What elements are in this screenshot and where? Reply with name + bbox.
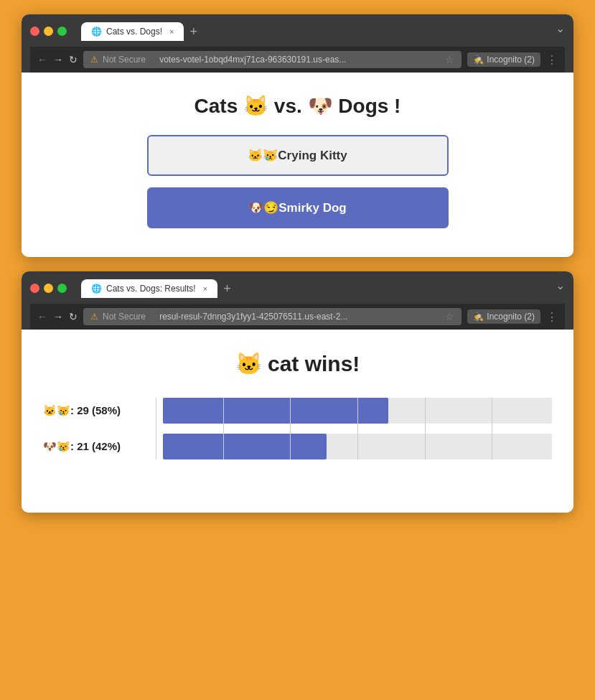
results-page-title: 🐱 cat wins!	[36, 351, 559, 376]
forward-button-2[interactable]: →	[53, 311, 63, 322]
security-warning-icon-2: ⚠	[90, 312, 98, 322]
browser-controls-2: 🌐 Cats vs. Dogs: Results! × + ⌄	[30, 279, 565, 298]
address-bar-1[interactable]: ⚠ Not Secure | votes-votel-1obqd4mxj71ca…	[83, 51, 462, 68]
cat-bar-container	[163, 398, 552, 424]
tab-title-2: Cats vs. Dogs: Results!	[106, 284, 196, 294]
bookmark-icon-2[interactable]: ☆	[445, 311, 454, 322]
address-bar-2[interactable]: ⚠ Not Secure | resul-resul-7dnng3y1fyy1-…	[83, 308, 462, 325]
tab-close-2[interactable]: ×	[203, 284, 207, 293]
bookmark-icon-1[interactable]: ☆	[445, 54, 454, 65]
tab-close-1[interactable]: ×	[169, 27, 174, 36]
incognito-icon-1: 🕵	[473, 55, 484, 65]
vote-page-title: Cats 🐱 vs. 🐶 Dogs !	[50, 94, 545, 118]
traffic-light-red-1[interactable]	[30, 27, 39, 36]
dog-vote-button[interactable]: 🐶😏Smirky Dog	[147, 187, 449, 228]
back-button-2[interactable]: ←	[37, 311, 47, 322]
dog-bar-container	[163, 434, 552, 459]
new-tab-button-1[interactable]: +	[189, 25, 197, 41]
cat-vote-button[interactable]: 🐱😿Crying Kitty	[147, 135, 449, 176]
browser-menu-button-2[interactable]: ⋮	[546, 310, 558, 324]
not-secure-label-1: Not Secure	[103, 55, 146, 65]
traffic-lights-1	[30, 27, 67, 36]
browser-tabs-2: 🌐 Cats vs. Dogs: Results! × +	[81, 279, 550, 298]
url-text-2: resul-resul-7dnng3y1fyy1-425076511.us-ea…	[159, 312, 441, 322]
browser-tabs-1: 🌐 Cats vs. Dogs! × +	[81, 22, 550, 41]
dog-result-row: 🐶😿: 21 (42%)	[43, 434, 552, 459]
tab-overflow-1[interactable]: ⌄	[556, 22, 565, 41]
cat-bar	[163, 398, 388, 424]
tab-overflow-2[interactable]: ⌄	[556, 279, 565, 298]
incognito-icon-2: 🕵	[473, 312, 484, 322]
security-warning-icon-1: ⚠	[90, 55, 98, 65]
traffic-light-green-1[interactable]	[57, 27, 67, 36]
traffic-light-yellow-1[interactable]	[44, 27, 53, 36]
refresh-button-1[interactable]: ↻	[69, 54, 78, 65]
browser-content-2: 🐱 cat wins! 🐱😿: 29 (58%) 🐶😿: 21 (42%)	[22, 330, 573, 513]
cat-result-label: 🐱😿: 29 (58%)	[43, 404, 154, 417]
tab-favicon-1: 🌐	[91, 27, 102, 37]
cat-result-row: 🐱😿: 29 (58%)	[43, 398, 552, 424]
not-secure-label-2: Not Secure	[103, 312, 146, 322]
active-tab-1[interactable]: 🌐 Cats vs. Dogs! ×	[81, 22, 184, 41]
vote-buttons-container: 🐱😿Crying Kitty 🐶😏Smirky Dog	[147, 135, 449, 228]
dog-result-label: 🐶😿: 21 (42%)	[43, 440, 154, 453]
active-tab-2[interactable]: 🌐 Cats vs. Dogs: Results! ×	[81, 279, 217, 298]
browser-chrome-2: 🌐 Cats vs. Dogs: Results! × + ⌄ ← → ↻ ⚠ …	[22, 271, 573, 330]
tab-favicon-2: 🌐	[91, 284, 102, 294]
browser-controls-1: 🌐 Cats vs. Dogs! × + ⌄	[30, 22, 565, 41]
browser-content-1: Cats 🐱 vs. 🐶 Dogs ! 🐱😿Crying Kitty 🐶😏Smi…	[22, 73, 573, 257]
browser-chrome-1: 🌐 Cats vs. Dogs! × + ⌄ ← → ↻ ⚠ Not Secur…	[22, 14, 573, 73]
address-separator-1: |	[151, 55, 154, 65]
browser-addressbar-1: ← → ↻ ⚠ Not Secure | votes-votel-1obqd4m…	[30, 47, 565, 73]
tab-title-1: Cats vs. Dogs!	[106, 27, 162, 37]
browser-window-2: 🌐 Cats vs. Dogs: Results! × + ⌄ ← → ↻ ⚠ …	[22, 271, 573, 513]
address-separator-2: |	[151, 312, 154, 322]
traffic-lights-2	[30, 284, 67, 293]
browser-menu-button-1[interactable]: ⋮	[546, 53, 558, 67]
url-text-1: votes-votel-1obqd4mxj71ca-963630191.us-e…	[159, 55, 441, 65]
traffic-light-red-2[interactable]	[30, 284, 39, 293]
browser-window-1: 🌐 Cats vs. Dogs! × + ⌄ ← → ↻ ⚠ Not Secur…	[22, 14, 573, 257]
new-tab-button-2[interactable]: +	[223, 282, 231, 298]
incognito-label-1: Incognito (2)	[487, 55, 535, 65]
forward-button-1[interactable]: →	[53, 54, 63, 65]
back-button-1[interactable]: ←	[37, 54, 47, 65]
incognito-badge-1: 🕵 Incognito (2)	[467, 52, 540, 67]
traffic-light-green-2[interactable]	[57, 284, 67, 293]
refresh-button-2[interactable]: ↻	[69, 311, 78, 322]
results-chart: 🐱😿: 29 (58%) 🐶😿: 21 (42%)	[36, 398, 559, 459]
traffic-light-yellow-2[interactable]	[44, 284, 53, 293]
incognito-label-2: Incognito (2)	[487, 312, 535, 322]
incognito-badge-2: 🕵 Incognito (2)	[467, 309, 540, 324]
dog-bar	[163, 434, 327, 459]
browser-addressbar-2: ← → ↻ ⚠ Not Secure | resul-resul-7dnng3y…	[30, 304, 565, 330]
